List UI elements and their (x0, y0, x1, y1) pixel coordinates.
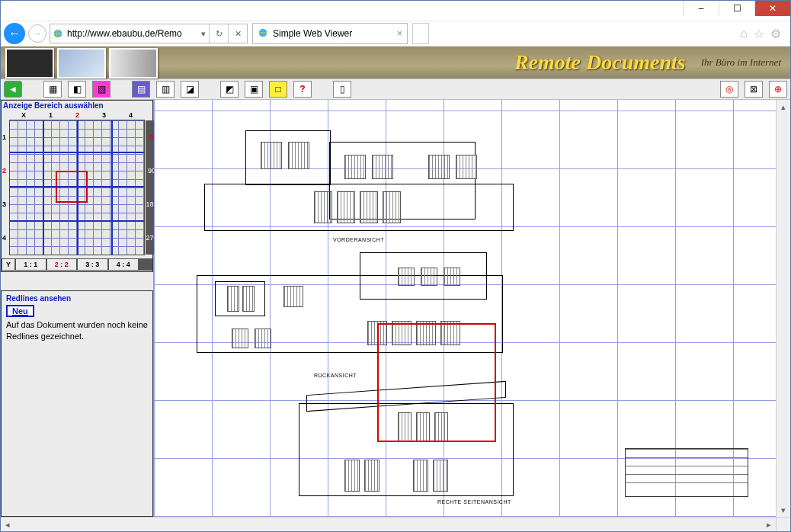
window-titlebar: – ☐ ✕ (1, 1, 790, 21)
toolbar-button[interactable]: ◪ (181, 81, 199, 98)
navigator-viewbox[interactable] (56, 171, 88, 203)
forward-button[interactable]: → (28, 24, 46, 43)
arrow-right-icon: → (33, 28, 42, 39)
scroll-down-icon[interactable]: ▾ (777, 503, 790, 517)
redlines-title: Redlines ansehen (6, 294, 148, 303)
home-icon[interactable]: ⌂ (740, 27, 748, 41)
app-banner: Remote Documents Ihr Büro im Internet (1, 46, 790, 79)
ratio-selector[interactable]: Y 1 : 1 2 : 2 3 : 3 4 : 4 (2, 258, 152, 271)
url-input[interactable] (66, 28, 198, 39)
tab-close-icon[interactable]: × (397, 28, 402, 39)
ratio-option[interactable]: 1 : 1 (15, 258, 46, 271)
document-viewer[interactable]: VORDERANSICHT RÜCKANSICHT (154, 100, 776, 517)
banner-thumb (57, 48, 106, 79)
viewer-selection-box[interactable] (377, 323, 496, 442)
scroll-right-icon[interactable]: ▸ (762, 518, 776, 531)
refresh-button[interactable]: ↻ (209, 24, 228, 43)
banner-title: Remote Documents (514, 50, 686, 75)
settings-icon[interactable]: ⚙ (770, 27, 781, 41)
banner-subtitle: Ihr Büro im Internet (701, 56, 781, 69)
favorites-icon[interactable]: ☆ (754, 27, 764, 41)
navigator-title: Anzeige Bereich auswählen (2, 101, 152, 111)
back-button[interactable]: ← (4, 23, 25, 44)
label-right: RECHTE SEITENANSICHT (437, 499, 511, 505)
toolbar-button[interactable]: ▦ (43, 81, 62, 98)
app-toolbar: ◄ ▦ ◧ ▧ ▤ ▥ ◪ ◩ ▣ □ ? ▯ ◎ ⊠ ⊕ (1, 79, 790, 100)
vertical-scrollbar[interactable]: ▴ ▾ (776, 100, 790, 517)
navigator-rows: 1 2 3 4 (2, 120, 6, 255)
label-back: RÜCKANSICHT (314, 373, 357, 378)
redlines-new-button[interactable]: Neu (6, 305, 34, 317)
toolbar-back-button[interactable]: ◄ (4, 81, 22, 98)
address-bar[interactable]: ▾ ↻ ✕ (50, 24, 248, 43)
toolbar-button[interactable]: ▧ (92, 81, 110, 98)
sidebar: Anzeige Bereich auswählen 0 90 180 270 X… (1, 100, 154, 517)
redlines-panel: Redlines ansehen Neu Auf das Dokument wu… (1, 290, 153, 517)
toolbar-button[interactable]: ▤ (132, 81, 150, 98)
redlines-text: Auf das Dokument wurden noch keine Redli… (6, 319, 148, 342)
close-button[interactable]: ✕ (754, 1, 790, 16)
toolbar-zoom-button[interactable]: ◎ (720, 81, 738, 98)
scroll-up-icon[interactable]: ▴ (777, 100, 790, 114)
toolbar-button[interactable]: □ (269, 81, 287, 98)
toolbar-zoom-button[interactable]: ⊠ (745, 81, 763, 98)
toolbar-button[interactable]: ▥ (156, 81, 175, 98)
navigator-grid[interactable]: 0 90 180 270 X 1 2 3 4 (9, 120, 145, 255)
url-dropdown-icon[interactable]: ▾ (198, 29, 209, 39)
toolbar-zoom-button[interactable]: ⊕ (769, 81, 787, 98)
ie-icon (258, 27, 268, 40)
minimize-button[interactable]: – (683, 1, 719, 16)
label-front: VORDERANSICHT (333, 237, 384, 242)
new-tab-button[interactable] (412, 23, 429, 44)
banner-thumb (109, 48, 158, 79)
ratio-option[interactable]: 3 : 3 (77, 258, 108, 271)
browser-tab[interactable]: Simple Web Viewer × (252, 23, 408, 44)
scroll-left-icon[interactable]: ◂ (1, 518, 14, 531)
toolbar-button[interactable]: ◩ (220, 81, 239, 98)
tab-title: Simple Web Viewer (273, 28, 352, 39)
navigator-panel: Anzeige Bereich auswählen 0 90 180 270 X… (1, 100, 153, 272)
cad-drawing: VORDERANSICHT RÜCKANSICHT (154, 100, 776, 517)
maximize-button[interactable]: ☐ (719, 1, 754, 16)
toolbar-button[interactable]: ◧ (68, 81, 86, 98)
navigator-cols: X 1 2 3 4 (10, 111, 144, 119)
horizontal-scrollbar[interactable]: ◂ ▸ (1, 517, 790, 531)
toolbar-button[interactable]: ▯ (333, 81, 351, 98)
ratio-option[interactable]: 4 : 4 (108, 258, 139, 271)
browser-navbar: ← → ▾ ↻ ✕ Simple Web Viewer × ⌂ ☆ ⚙ (1, 21, 790, 46)
stop-button[interactable]: ✕ (228, 24, 247, 43)
arrow-left-icon: ← (8, 27, 21, 40)
toolbar-button[interactable]: ▣ (245, 81, 263, 98)
banner-thumb (5, 48, 54, 79)
toolbar-help-button[interactable]: ? (293, 81, 312, 98)
ratio-option[interactable]: 2 : 2 (46, 258, 78, 271)
ie-icon (50, 28, 66, 39)
title-block (625, 448, 748, 497)
